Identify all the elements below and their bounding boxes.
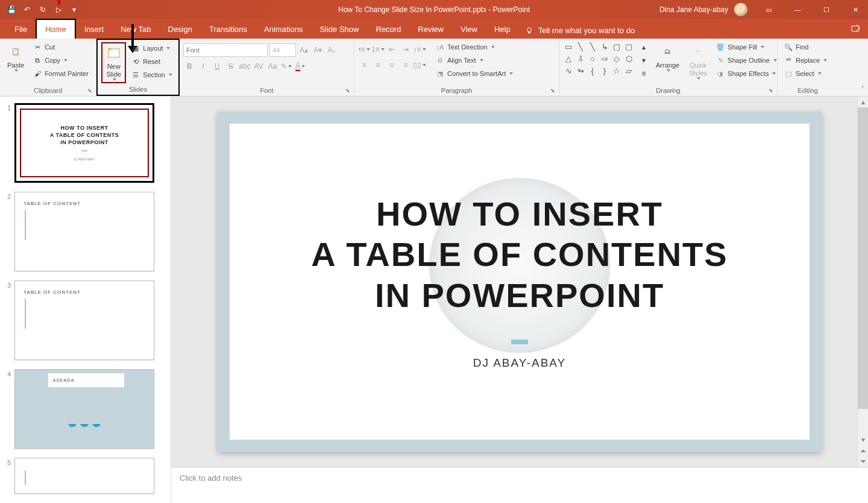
minimize-button[interactable]: — xyxy=(785,0,810,19)
slide-thumbnails-panel[interactable]: 1 HOW TO INSERT A TABLE OF CONTENTS IN P… xyxy=(0,96,171,503)
thumbnail-row[interactable]: 3 TABLE OF CONTENT xyxy=(0,279,171,367)
shape-curve-icon[interactable]: ∿ xyxy=(563,65,574,76)
undo-icon[interactable]: ↶ xyxy=(22,4,33,15)
align-text-button[interactable]: ⯐Align Text xyxy=(433,54,515,66)
share-icon[interactable] xyxy=(851,24,861,34)
tab-design[interactable]: Design xyxy=(160,20,201,39)
paste-button[interactable]: 📋 Paste xyxy=(4,41,28,74)
shape-effects-button[interactable]: ◑Shape Effects xyxy=(713,68,779,80)
char-spacing-icon[interactable]: AV xyxy=(253,60,265,72)
shape-rect-icon[interactable]: ▭ xyxy=(563,41,574,52)
find-button[interactable]: 🔍Find xyxy=(781,41,829,53)
increase-font-icon[interactable]: A▴ xyxy=(298,44,310,56)
redo-icon[interactable]: ↻ xyxy=(37,4,48,15)
slide-canvas[interactable]: HOW TO INSERT A TABLE OF CONTENTS IN POW… xyxy=(171,96,868,467)
cut-button[interactable]: ✂Cut xyxy=(30,41,91,53)
shape-diamond-icon[interactable]: ◇ xyxy=(611,53,622,64)
tab-view[interactable]: View xyxy=(452,20,486,39)
bold-button[interactable]: B xyxy=(183,60,195,72)
close-button[interactable]: ✕ xyxy=(843,0,868,19)
main-slide[interactable]: HOW TO INSERT A TABLE OF CONTENTS IN POW… xyxy=(218,112,822,452)
dialog-launcher-icon[interactable]: ⬊ xyxy=(345,87,351,93)
shape-fill-button[interactable]: 🪣Shape Fill xyxy=(713,41,779,53)
dialog-launcher-icon[interactable]: ⬊ xyxy=(87,87,93,93)
tab-home[interactable]: Home xyxy=(36,19,76,39)
shape-more-all-icon[interactable]: ≡ xyxy=(638,68,650,80)
tell-me[interactable]: Tell me what you want to do xyxy=(519,22,641,39)
dialog-launcher-icon[interactable]: ⬊ xyxy=(550,87,556,93)
shape-brace-icon[interactable]: { xyxy=(587,65,598,76)
shape-arrowr-icon[interactable]: ⇨ xyxy=(599,53,610,64)
shape-star-icon[interactable]: ☆ xyxy=(611,65,622,76)
save-icon[interactable]: 💾 xyxy=(6,4,17,15)
from-beginning-icon[interactable]: ▷ xyxy=(53,4,64,15)
text-direction-button[interactable]: ↕AText Direction xyxy=(433,41,515,53)
scroll-thumb[interactable] xyxy=(858,107,868,409)
indent-inc-icon[interactable]: ⇥ xyxy=(400,43,412,55)
shape-brace2-icon[interactable]: } xyxy=(599,65,610,76)
shape-line2-icon[interactable]: ╲ xyxy=(587,41,598,52)
align-center-icon[interactable]: ≡ xyxy=(372,59,384,71)
slide-author[interactable]: DJ ABAY-ABAY xyxy=(473,356,567,370)
thumbnail-row[interactable]: 5 xyxy=(0,456,171,501)
font-size-combo[interactable] xyxy=(269,43,296,57)
thumbnail-1[interactable]: HOW TO INSERT A TABLE OF CONTENTS IN POW… xyxy=(14,103,154,183)
justify-icon[interactable]: ≡ xyxy=(400,59,412,71)
shape-hex-icon[interactable]: ⬡ xyxy=(623,53,634,64)
shape-triangle-icon[interactable]: △ xyxy=(563,53,574,64)
align-left-icon[interactable]: ≡ xyxy=(358,59,370,71)
scroll-down-icon[interactable]: ▾ xyxy=(858,434,868,445)
new-slide-button[interactable]: ✦ New Slide xyxy=(101,42,126,83)
bullets-icon[interactable]: •≡ xyxy=(358,43,370,55)
italic-button[interactable]: I xyxy=(197,60,209,72)
thumbnail-row[interactable]: 2 TABLE OF CONTENT xyxy=(0,190,171,279)
vertical-scrollbar[interactable]: ▴ ▾ ⏶ ⏷ xyxy=(857,96,868,467)
shadow-button[interactable]: abc xyxy=(239,60,251,72)
thumbnail-2[interactable]: TABLE OF CONTENT xyxy=(14,192,154,271)
scroll-up-icon[interactable]: ▴ xyxy=(858,96,868,107)
line-spacing-icon[interactable]: ↕≡ xyxy=(414,43,426,55)
shape-gallery[interactable]: ▭ ╲ ╲ ↳ ▢ ▢ △ ⇩ ○ ⇨ ◇ ⬡ ∿ ↬ { } ☆ ▱ xyxy=(563,41,634,76)
change-case-icon[interactable]: Aa xyxy=(266,60,278,72)
smartart-button[interactable]: ⬔Convert to SmartArt xyxy=(433,68,515,80)
thumbnail-row[interactable]: 4 AGENDA xyxy=(0,367,171,456)
tab-newtab[interactable]: New Tab xyxy=(112,20,159,39)
thumbnail-row[interactable]: 1 HOW TO INSERT A TABLE OF CONTENTS IN P… xyxy=(0,101,171,190)
indent-dec-icon[interactable]: ⇤ xyxy=(386,43,398,55)
notes-pane[interactable]: Click to add notes xyxy=(171,467,868,503)
quick-styles-button[interactable]: ✏ Quick Styles xyxy=(685,41,711,82)
tab-help[interactable]: Help xyxy=(486,20,519,39)
strike-button[interactable]: S xyxy=(225,60,237,72)
shape-more-down-icon[interactable]: ▾ xyxy=(638,54,650,66)
underline-button[interactable]: U xyxy=(211,60,223,72)
thumbnail-3[interactable]: TABLE OF CONTENT xyxy=(14,280,154,360)
decrease-font-icon[interactable]: A▾ xyxy=(312,44,324,56)
shape-roundrect-icon[interactable]: ▢ xyxy=(623,41,634,52)
replace-button[interactable]: ᵃᵇReplace xyxy=(781,54,829,66)
maximize-button[interactable]: ☐ xyxy=(814,0,839,19)
shape-connector-icon[interactable]: ↳ xyxy=(599,41,610,52)
layout-button[interactable]: ▦Layout xyxy=(128,42,175,54)
prev-slide-icon[interactable]: ⏶ xyxy=(858,445,868,456)
numbering-icon[interactable]: 1≡ xyxy=(372,43,384,55)
columns-icon[interactable]: ▯▯ xyxy=(414,59,426,71)
shape-freeform-icon[interactable]: ↬ xyxy=(575,65,586,76)
align-right-icon[interactable]: ≡ xyxy=(386,59,398,71)
shape-line-icon[interactable]: ╲ xyxy=(575,41,586,52)
highlight-icon[interactable]: ✎ xyxy=(280,60,292,72)
collapse-ribbon-icon[interactable]: ˄ xyxy=(861,85,864,93)
arrange-button[interactable]: 🗂 Arrange xyxy=(652,41,683,74)
user-name[interactable]: Dina Jane Abay-abay xyxy=(659,5,728,14)
shape-outline-button[interactable]: ✎Shape Outline xyxy=(713,54,779,66)
user-avatar-icon[interactable] xyxy=(734,3,747,16)
tab-record[interactable]: Record xyxy=(367,20,409,39)
ribbon-display-icon[interactable]: ▭ xyxy=(756,0,781,19)
thumbnail-5[interactable] xyxy=(14,458,154,494)
shape-arrowdn-icon[interactable]: ⇩ xyxy=(575,53,586,64)
shape-more-up-icon[interactable]: ▴ xyxy=(638,41,650,53)
shape-square-icon[interactable]: ▢ xyxy=(611,41,622,52)
tab-review[interactable]: Review xyxy=(409,20,452,39)
qat-more-icon[interactable]: ▾ xyxy=(69,4,80,15)
tab-file[interactable]: File xyxy=(6,20,36,39)
section-button[interactable]: ☰Section xyxy=(128,69,175,81)
